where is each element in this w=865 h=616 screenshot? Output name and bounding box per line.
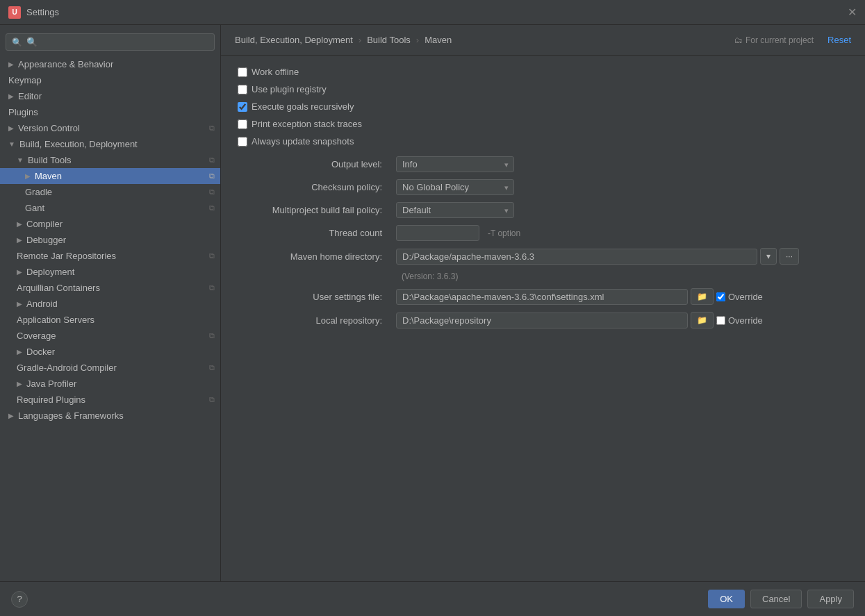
sidebar-item-debugger[interactable]: ▶ Debugger: [0, 232, 220, 248]
sidebar-item-app-servers[interactable]: Application Servers: [0, 312, 220, 328]
breadcrumb-sep1: ›: [359, 35, 361, 45]
close-button[interactable]: ✕: [848, 6, 857, 19]
sidebar-item-label: Keymap: [8, 75, 42, 85]
print-exception-checkbox[interactable]: [238, 119, 247, 129]
copy-icon: ⧉: [209, 395, 215, 404]
search-input[interactable]: [26, 37, 208, 47]
sidebar-item-languages[interactable]: ▶ Languages & Frameworks: [0, 408, 220, 424]
expand-icon: ▶: [25, 172, 31, 180]
expand-icon: ▶: [8, 60, 14, 68]
sidebar-item-remote-jar[interactable]: Remote Jar Repositories ⧉: [0, 248, 220, 264]
sidebar-item-label: Gradle-Android Compiler: [17, 363, 117, 373]
user-settings-input[interactable]: [396, 289, 688, 305]
search-icon: 🔍: [12, 38, 22, 47]
copy-icon: ⧉: [209, 124, 215, 133]
user-settings-override-label[interactable]: Override: [716, 292, 763, 302]
multiproject-label: Multiproject build fail policy:: [238, 205, 390, 215]
help-button[interactable]: ?: [11, 591, 28, 608]
output-level-select[interactable]: Quiet Info Warn Error Debug: [396, 156, 514, 172]
local-repository-override-label[interactable]: Override: [716, 315, 763, 326]
always-update-row: Always update snapshots: [238, 136, 848, 147]
always-update-label[interactable]: Always update snapshots: [238, 136, 354, 147]
execute-goals-row: Execute goals recursively: [238, 101, 848, 112]
breadcrumb-sep2: ›: [416, 35, 419, 45]
multiproject-select[interactable]: Default At End Never After N Failures: [396, 202, 514, 218]
sidebar-item-appearance[interactable]: ▶ Appearance & Behavior: [0, 56, 220, 72]
expand-icon: ▶: [17, 380, 22, 388]
output-level-select-wrapper: Quiet Info Warn Error Debug: [396, 156, 514, 172]
local-repository-input[interactable]: [396, 313, 688, 328]
t-option-label: -T option: [488, 228, 520, 238]
expand-icon: ▼: [8, 140, 15, 148]
sidebar-item-deployment[interactable]: ▶ Deployment: [0, 264, 220, 280]
work-offline-checkbox[interactable]: [238, 67, 247, 77]
sidebar-item-label: Arquillian Containers: [17, 283, 100, 293]
sidebar-item-label: Application Servers: [17, 315, 94, 325]
ok-button[interactable]: OK: [708, 590, 745, 608]
maven-home-browse-btn[interactable]: ▾: [760, 248, 777, 265]
always-update-checkbox[interactable]: [238, 137, 247, 147]
local-repository-browse-btn[interactable]: 📁: [691, 312, 714, 328]
sidebar-item-label: Maven: [35, 171, 62, 181]
version-row: (Version: 3.6.3): [238, 272, 848, 281]
sidebar-item-label: Remote Jar Repositories: [17, 251, 116, 261]
sidebar-item-gradle[interactable]: Gradle ⧉: [0, 184, 220, 200]
content-area: Build, Execution, Deployment › Build Too…: [221, 25, 865, 581]
multiproject-row: Multiproject build fail policy: Default …: [238, 202, 848, 218]
sidebar-item-label: Appearance & Behavior: [18, 59, 113, 69]
use-plugin-registry-label[interactable]: Use plugin registry: [238, 84, 327, 94]
sidebar-item-gradle-android[interactable]: Gradle-Android Compiler ⧉: [0, 360, 220, 376]
use-plugin-registry-checkbox[interactable]: [238, 85, 247, 94]
sidebar-item-label: Debugger: [26, 235, 66, 245]
sidebar-item-build-tools[interactable]: ▼ Build Tools ⧉: [0, 152, 220, 168]
user-settings-path-row: 📁 Override: [396, 288, 763, 305]
local-repository-label: Local repository:: [238, 315, 390, 326]
user-settings-browse-btn[interactable]: 📁: [691, 288, 714, 305]
execute-goals-checkbox[interactable]: [238, 102, 247, 112]
sidebar-item-gant[interactable]: Gant ⧉: [0, 200, 220, 216]
copy-icon: ⧉: [209, 172, 215, 181]
copy-icon: ⧉: [209, 363, 215, 372]
sidebar-item-plugins[interactable]: Plugins: [0, 104, 220, 120]
maven-home-input[interactable]: [396, 249, 757, 265]
sidebar-item-android[interactable]: ▶ Android: [0, 296, 220, 312]
sidebar-item-label: Compiler: [26, 219, 63, 229]
sidebar-item-docker[interactable]: ▶ Docker: [0, 344, 220, 360]
sidebar-item-java-profiler[interactable]: ▶ Java Profiler: [0, 376, 220, 392]
sidebar-item-label: Coverage: [17, 331, 56, 341]
sidebar-item-label: Languages & Frameworks: [18, 410, 124, 421]
sidebar-item-editor[interactable]: ▶ Editor: [0, 88, 220, 104]
local-repository-override-checkbox[interactable]: [716, 316, 725, 325]
thread-count-input[interactable]: [396, 225, 479, 241]
apply-button[interactable]: Apply: [807, 590, 854, 608]
sidebar-item-maven[interactable]: ▶ Maven ⧉: [0, 168, 220, 184]
sidebar-item-keymap[interactable]: Keymap: [0, 72, 220, 88]
output-level-label: Output level:: [238, 159, 390, 169]
output-level-row: Output level: Quiet Info Warn Error Debu…: [238, 156, 848, 172]
sidebar-item-compiler[interactable]: ▶ Compiler: [0, 216, 220, 232]
sidebar-item-required-plugins[interactable]: Required Plugins ⧉: [0, 392, 220, 408]
settings-form: Work offline Use plugin registry Execute…: [221, 56, 865, 347]
sidebar-item-label: Docker: [26, 347, 55, 357]
version-text: (Version: 3.6.3): [402, 272, 458, 281]
sidebar-item-label: Required Plugins: [17, 394, 85, 405]
sidebar-item-arquillian[interactable]: Arquillian Containers ⧉: [0, 280, 220, 296]
work-offline-label[interactable]: Work offline: [238, 67, 299, 77]
sidebar-item-build-exec-deploy[interactable]: ▼ Build, Execution, Deployment: [0, 136, 220, 152]
local-repository-path-row: 📁 Override: [396, 312, 763, 328]
work-offline-row: Work offline: [238, 67, 848, 77]
execute-goals-label[interactable]: Execute goals recursively: [238, 101, 354, 112]
maven-home-label: Maven home directory:: [238, 251, 390, 262]
user-settings-row: User settings file: 📁 Override: [238, 288, 848, 305]
print-exception-row: Print exception stack traces: [238, 119, 848, 129]
checksum-policy-select[interactable]: No Global Policy Strict Relaxed: [396, 179, 514, 195]
reset-button[interactable]: Reset: [827, 35, 851, 45]
maven-home-extra-btn[interactable]: ···: [780, 248, 799, 265]
user-settings-override-checkbox[interactable]: [716, 292, 725, 301]
app-icon: U: [8, 6, 21, 19]
print-exception-label[interactable]: Print exception stack traces: [238, 119, 362, 129]
sidebar-item-coverage[interactable]: Coverage ⧉: [0, 328, 220, 344]
sidebar-item-version-control[interactable]: ▶ Version Control ⧉: [0, 120, 220, 136]
cancel-button[interactable]: Cancel: [750, 590, 802, 608]
search-box[interactable]: 🔍: [6, 33, 215, 51]
